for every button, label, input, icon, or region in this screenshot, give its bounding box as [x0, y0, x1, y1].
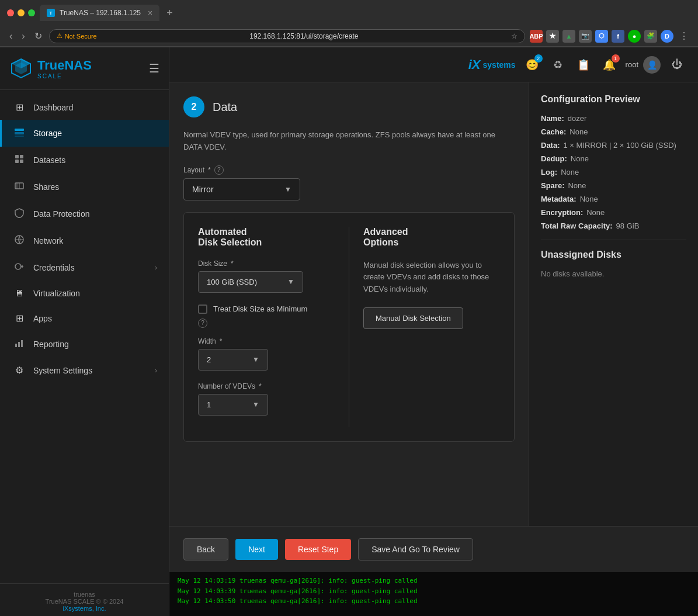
browser-chrome: T TrueNAS – 192.168.1.125 × + ‹ › ↻ ⚠ No… — [0, 0, 698, 47]
sidebar-item-storage[interactable]: Storage — [0, 120, 169, 147]
user-avatar[interactable]: 👤 — [643, 56, 661, 74]
layout-dropdown-arrow-icon: ▼ — [284, 185, 291, 193]
forward-browser-button[interactable]: › — [19, 29, 27, 44]
tab-title: TrueNAS – 192.168.1.125 — [60, 9, 141, 17]
preview-val-dedup: None — [571, 154, 589, 163]
sidebar-item-label: Shares — [33, 182, 59, 192]
action-bar: Back Next Reset Step Save And Go To Revi… — [169, 526, 698, 572]
svg-point-17 — [15, 264, 21, 269]
svg-rect-9 — [20, 155, 23, 158]
sidebar-item-data-protection[interactable]: Data Protection — [0, 200, 169, 227]
feedback-icon-button[interactable]: 😊 2 — [523, 56, 541, 74]
save-and-go-to-review-button[interactable]: Save And Go To Review — [358, 538, 473, 560]
sidebar-item-credentials[interactable]: Credentials › — [0, 254, 169, 281]
ext-2[interactable]: ★ — [546, 30, 559, 43]
preview-key-log: Log: — [541, 168, 557, 177]
apps-icon: ⊞ — [13, 313, 25, 324]
browser-extensions: ABP ★ ▲ 📷 ⬡ f ● 🧩 D ⋮ — [530, 28, 691, 44]
next-button[interactable]: Next — [235, 539, 278, 560]
config-preview-title: Configuration Preview — [541, 94, 686, 105]
app-container: TrueNAS SCALE ☰ ⊞ Dashboard — [0, 47, 698, 616]
advanced-options: Advanced Options Manual disk selection a… — [363, 227, 500, 427]
disk-selection-section: Automated Disk Selection Disk Size * 100… — [183, 212, 515, 442]
sidebar-item-label: System Settings — [33, 366, 92, 375]
advanced-description: Manual disk selection allows you to crea… — [363, 259, 500, 296]
disk-size-select[interactable]: 100 GiB (SSD) ▼ — [198, 271, 303, 293]
sidebar-item-network[interactable]: Network — [0, 227, 169, 254]
sidebar-item-virtualization[interactable]: 🖥 Virtualization — [0, 281, 169, 306]
center-panel: 2 Data Normal VDEV type, used for primar… — [169, 82, 529, 526]
storage-icon — [13, 127, 25, 140]
preview-key-metadata: Metadata: — [541, 195, 577, 203]
treat-disk-size-checkbox[interactable] — [198, 304, 207, 314]
layout-help-icon[interactable]: ? — [214, 165, 224, 175]
ext-4[interactable]: 📷 — [579, 30, 592, 43]
sidebar-item-dashboard[interactable]: ⊞ Dashboard — [0, 95, 169, 120]
sidebar-item-apps[interactable]: ⊞ Apps — [0, 306, 169, 331]
ix-systems-logo: iX systems — [468, 57, 516, 72]
notifications-icon-button[interactable]: 🔔 1 — [600, 56, 619, 74]
data-protection-icon — [13, 207, 25, 220]
terminal-bar: May 12 14:03:19 truenas qemu-ga[2616]: i… — [169, 572, 698, 616]
automated-disk-selection: Automated Disk Selection Disk Size * 100… — [198, 227, 335, 427]
width-select[interactable]: 2 ▼ — [198, 349, 268, 371]
feedback-badge: 2 — [534, 54, 543, 63]
hamburger-menu-button[interactable]: ☰ — [149, 61, 159, 75]
step-description: Normal VDEV type, used for primary stora… — [183, 129, 515, 154]
datasets-icon — [13, 154, 25, 167]
svg-rect-7 — [15, 136, 24, 137]
ext-6[interactable]: f — [612, 30, 624, 43]
person-icon: 👤 — [647, 60, 657, 70]
back-button[interactable]: Back — [183, 538, 228, 560]
svg-rect-5 — [15, 129, 24, 131]
shares-icon — [13, 181, 25, 193]
reload-browser-button[interactable]: ↻ — [32, 28, 44, 44]
power-icon: ⏻ — [672, 58, 682, 71]
sidebar-item-label: Virtualization — [33, 289, 80, 298]
layout-select[interactable]: Mirror ▼ — [183, 178, 300, 200]
sidebar-item-system-settings[interactable]: ⚙ System Settings › — [0, 358, 169, 383]
vdevs-value: 1 — [207, 400, 211, 409]
browser-menu-button[interactable]: ⋮ — [677, 28, 691, 44]
preview-val-log: None — [561, 168, 579, 177]
browser-tab[interactable]: T TrueNAS – 192.168.1.125 × — [40, 5, 159, 21]
ext-5[interactable]: ⬡ — [595, 30, 608, 43]
truenas-logo: TrueNAS SCALE — [9, 57, 92, 80]
bookmark-icon[interactable]: ☆ — [511, 32, 518, 40]
maximize-traffic-light[interactable] — [28, 9, 35, 16]
sidebar-item-datasets[interactable]: Datasets — [0, 147, 169, 174]
sidebar-item-label: Reporting — [33, 340, 69, 349]
abp-extension[interactable]: ABP — [530, 30, 543, 43]
no-disks-message: No disks available. — [541, 269, 686, 278]
dashboard-icon: ⊞ — [13, 102, 25, 113]
back-browser-button[interactable]: ‹ — [7, 29, 15, 44]
width-value: 2 — [207, 355, 211, 364]
layout-form-row: Layout * ? Mirror ▼ — [183, 165, 515, 200]
address-bar[interactable]: ⚠ Not Secure 192.168.1.125:81/ui/storage… — [49, 29, 525, 43]
vdevs-select[interactable]: 1 ▼ — [198, 394, 268, 416]
browser-profile-button[interactable]: D — [661, 30, 673, 43]
treat-disk-help-icon[interactable]: ? — [198, 319, 207, 328]
preview-key-spare: Spare: — [541, 181, 564, 190]
truenas-logo-icon — [9, 57, 33, 80]
tasks-icon-button[interactable]: 📋 — [574, 56, 593, 74]
truenas-logo-scale: SCALE — [37, 73, 92, 79]
new-tab-button[interactable]: + — [166, 7, 173, 19]
tab-close-button[interactable]: × — [148, 8, 152, 18]
manual-disk-selection-button[interactable]: Manual Disk Selection — [363, 307, 463, 329]
reset-step-button[interactable]: Reset Step — [285, 539, 351, 560]
ext-3[interactable]: ▲ — [562, 30, 575, 43]
sidebar-item-reporting[interactable]: Reporting — [0, 331, 169, 358]
main-wrapper: iX systems 😊 2 ♻ 📋 🔔 — [169, 47, 698, 616]
preview-row-dedup: Dedup: None — [541, 154, 686, 163]
preview-row-spare: Spare: None — [541, 181, 686, 190]
config-preview-rows: Name: dozer Cache: None Data: 1 × MIRROR… — [541, 114, 686, 230]
power-icon-button[interactable]: ⏻ — [668, 56, 686, 74]
ext-7[interactable]: ● — [628, 30, 641, 43]
sync-icon-button[interactable]: ♻ — [548, 56, 567, 74]
sidebar-item-shares[interactable]: Shares — [0, 174, 169, 200]
ix-logo-text: iX — [468, 57, 481, 72]
close-traffic-light[interactable] — [7, 9, 14, 16]
minimize-traffic-light[interactable] — [18, 9, 25, 16]
ext-8[interactable]: 🧩 — [644, 30, 657, 43]
